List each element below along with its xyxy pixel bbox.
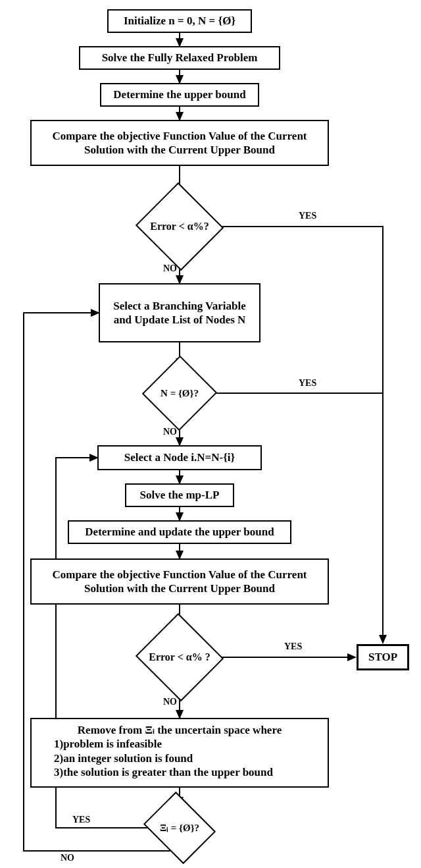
- node-remove: Remove from Ξᵢ the uncertain space where…: [30, 718, 329, 788]
- node-solve-relaxed-text: Solve the Fully Relaxed Problem: [102, 51, 258, 65]
- node-solve-relaxed: Solve the Fully Relaxed Problem: [79, 46, 280, 70]
- flowchart-canvas: Initialize n = 0, N = {Ø} Solve the Full…: [0, 0, 421, 868]
- node-initialize-text: Initialize n = 0, N = {Ø}: [124, 14, 235, 28]
- label-dec2-no: NO: [163, 427, 177, 437]
- node-initialize: Initialize n = 0, N = {Ø}: [107, 9, 252, 33]
- label-dec4-yes: YES: [72, 815, 90, 825]
- label-dec1-no: NO: [163, 263, 177, 274]
- decision-xi-empty: Ξᵢ = {Ø}?: [151, 805, 208, 851]
- node-solve-mplp: Solve the mp-LP: [125, 483, 234, 507]
- decision-error-2: Error < α% ?: [147, 627, 212, 688]
- node-determine-upper: Determine the upper bound: [100, 83, 259, 107]
- node-select-node: Select a Node i.N=N-{i}: [97, 445, 262, 470]
- node-stop-text: STOP: [368, 650, 397, 664]
- node-select-node-text: Select a Node i.N=N-{i}: [124, 450, 235, 464]
- label-dec3-yes: YES: [284, 641, 302, 652]
- node-compare-1: Compare the objective Function Value of …: [30, 120, 329, 166]
- node-stop: STOP: [357, 644, 409, 670]
- label-dec4-no: NO: [61, 853, 74, 863]
- decision-n-empty: N = {Ø}?: [153, 366, 206, 420]
- node-compare-2: Compare the objective Function Value of …: [30, 558, 329, 605]
- node-branching: Select a Branching Variable and Update L…: [99, 283, 260, 342]
- node-branching-text: Select a Branching Variable and Update L…: [104, 299, 255, 327]
- node-remove-line2: 1)problem is infeasible: [54, 738, 162, 750]
- node-compare-2-text: Compare the objective Function Value of …: [36, 568, 324, 596]
- node-determine-update-text: Determine and update the upper bound: [85, 525, 274, 539]
- node-compare-1-text: Compare the objective Function Value of …: [36, 129, 324, 157]
- label-dec3-no: NO: [163, 697, 177, 707]
- node-determine-upper-text: Determine the upper bound: [113, 88, 245, 101]
- decision-error-1: Error < α%?: [147, 196, 212, 257]
- label-dec2-yes: YES: [299, 378, 316, 389]
- node-remove-line4: 3)the solution is greater than the upper…: [54, 766, 273, 778]
- node-determine-update: Determine and update the upper bound: [68, 520, 291, 544]
- node-solve-mplp-text: Solve the mp-LP: [140, 488, 220, 502]
- node-remove-line3: 2)an integer solution is found: [54, 752, 193, 765]
- node-remove-line1: Remove from Ξᵢ the uncertain space where: [78, 724, 282, 736]
- label-dec1-yes: YES: [299, 211, 316, 221]
